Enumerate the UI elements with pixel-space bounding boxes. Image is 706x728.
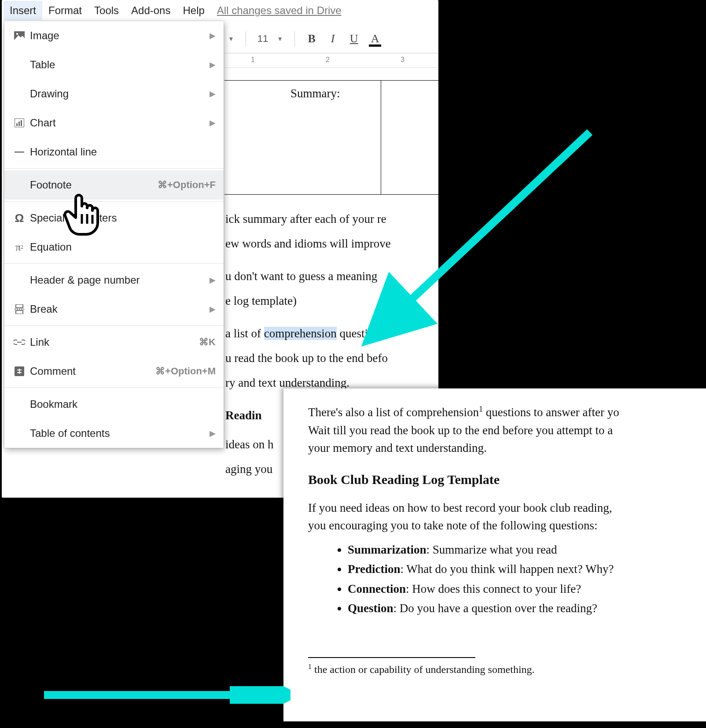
menu-item-label: Table [28, 59, 210, 71]
chart-icon [11, 118, 28, 127]
text-color-button[interactable]: A [366, 30, 384, 48]
ruler-tick: 3 [401, 56, 404, 64]
menu-shortcut: ⌘+Option+M [155, 366, 216, 377]
selected-text: comprehension [264, 327, 337, 340]
ruler-tick: 2 [326, 56, 330, 64]
menu-item-label: Special characters [28, 212, 216, 224]
hline-icon [11, 151, 28, 153]
menu-item-label: Link [28, 336, 199, 348]
bold-button[interactable]: B [303, 30, 320, 48]
caret-down-icon: ▼ [277, 35, 283, 42]
svg-rect-3 [16, 123, 18, 126]
svg-point-1 [16, 33, 18, 35]
submenu-arrow-icon: ▶ [210, 31, 216, 41]
insert-dropdown: Image ▶ Table ▶ Drawing ▶ Chart ▶ Horizo… [4, 21, 224, 448]
pi-squared-icon: π2 [11, 241, 28, 253]
horizontal-ruler[interactable]: 1 2 3 [224, 53, 438, 68]
save-status: All changes saved in Drive [217, 4, 342, 17]
menu-tools[interactable]: Tools [88, 1, 125, 20]
font-dropdown[interactable]: ▼ [224, 33, 238, 44]
omega-icon: Ω [11, 211, 28, 225]
menu-item-chart[interactable]: Chart ▶ [4, 108, 224, 137]
page-break-icon [11, 304, 28, 314]
link-icon [11, 339, 28, 345]
menu-shortcut: ⌘+Option+F [158, 179, 216, 191]
menu-separator [4, 201, 224, 202]
toolbar-divider [246, 31, 246, 46]
svg-rect-5 [21, 120, 22, 126]
menu-addons[interactable]: Add-ons [125, 1, 176, 20]
menu-separator [4, 388, 224, 388]
menu-item-drawing[interactable]: Drawing ▶ [4, 79, 224, 108]
menu-format[interactable]: Format [42, 1, 88, 20]
menu-separator [4, 263, 224, 264]
list-item: Question: Do you have a question over th… [348, 599, 701, 617]
svg-rect-8 [16, 310, 23, 314]
table-cell-label: Summary: [290, 85, 340, 103]
italic-button[interactable]: I [324, 30, 342, 48]
menu-item-header-page-number[interactable]: Header & page number ▶ [4, 266, 224, 295]
svg-rect-7 [16, 304, 23, 308]
menu-shortcut: ⌘K [199, 336, 216, 348]
document-table: Summary: [224, 80, 438, 195]
submenu-arrow-icon: ▶ [210, 275, 216, 285]
submenu-arrow-icon: ▶ [210, 304, 216, 314]
menu-item-label: Break [28, 303, 210, 315]
document-text: ick summary after each of your re [224, 207, 438, 232]
menu-item-label: Equation [28, 241, 216, 253]
result-overlay: There's also a list of comprehension1 qu… [283, 388, 706, 721]
svg-rect-4 [18, 122, 20, 126]
menu-item-footnote[interactable]: Footnote ⌘+Option+F [4, 170, 224, 200]
menu-item-table[interactable]: Table ▶ [4, 50, 224, 79]
menu-item-label: Footnote [28, 179, 158, 191]
menubar: Insert Format Tools Add-ons Help All cha… [2, 0, 438, 21]
menu-separator [4, 168, 224, 169]
svg-rect-6 [15, 152, 24, 153]
list-item: Connection: How does this connect to you… [348, 580, 701, 598]
annotation-arrow [40, 686, 290, 704]
overlay-paragraph: If you need ideas on how to best record … [308, 499, 701, 535]
ruler-tick: 1 [251, 56, 255, 64]
menu-item-label: Chart [28, 117, 210, 129]
menu-item-label: Bookmark [28, 398, 216, 410]
menu-item-label: Header & page number [28, 274, 210, 286]
document-text: ew words and idioms will improve [224, 232, 438, 256]
image-icon [11, 31, 28, 40]
menu-item-special-characters[interactable]: Ω Special characters [4, 203, 224, 233]
pointer-cursor-icon [63, 193, 102, 239]
document-text: e log template) [224, 289, 438, 314]
document-text: u read the book up to the end befo [224, 346, 438, 371]
font-size-value: 11 [257, 33, 268, 44]
footnote-marker: 1 [479, 405, 483, 414]
underline-button[interactable]: U [345, 30, 363, 48]
submenu-arrow-icon: ▶ [210, 429, 216, 438]
menu-item-image[interactable]: Image ▶ [4, 21, 224, 50]
menu-item-label: Image [28, 30, 210, 42]
footnote-text: 1 the action or capability of understand… [308, 661, 701, 677]
document-text: u don't want to guess a meaning [224, 264, 438, 289]
menu-item-link[interactable]: Link ⌘K [4, 328, 224, 357]
footnote-separator [308, 657, 475, 658]
font-size-dropdown[interactable]: 11 ▼ [254, 31, 287, 46]
list-item: Prediction: What do you think will happe… [348, 560, 701, 578]
menu-item-comment[interactable]: Comment ⌘+Option+M [4, 357, 224, 386]
menu-insert[interactable]: Insert [4, 1, 42, 20]
list-item: Summarization: Summarize what you read [348, 541, 701, 559]
menu-separator [4, 325, 224, 326]
menu-item-label: Table of contents [28, 427, 210, 440]
menu-item-horizontal-line[interactable]: Horizontal line [4, 137, 224, 166]
menu-item-equation[interactable]: π2 Equation [4, 233, 224, 262]
menu-help[interactable]: Help [176, 1, 210, 20]
submenu-arrow-icon: ▶ [210, 118, 216, 128]
submenu-arrow-icon: ▶ [210, 60, 216, 70]
menu-item-label: Horizontal line [28, 146, 216, 158]
submenu-arrow-icon: ▶ [210, 89, 216, 99]
menu-item-bookmark[interactable]: Bookmark [4, 390, 224, 419]
overlay-bullet-list: Summarization: Summarize what you read P… [308, 541, 701, 617]
overlay-heading: Book Club Reading Log Template [308, 469, 701, 489]
overlay-paragraph: There's also a list of comprehension1 qu… [308, 403, 701, 457]
document-text: a list of comprehension questions [224, 322, 438, 346]
menu-item-break[interactable]: Break ▶ [4, 295, 224, 324]
menu-item-table-of-contents[interactable]: Table of contents ▶ [4, 419, 224, 448]
menu-item-label: Comment [28, 365, 155, 377]
